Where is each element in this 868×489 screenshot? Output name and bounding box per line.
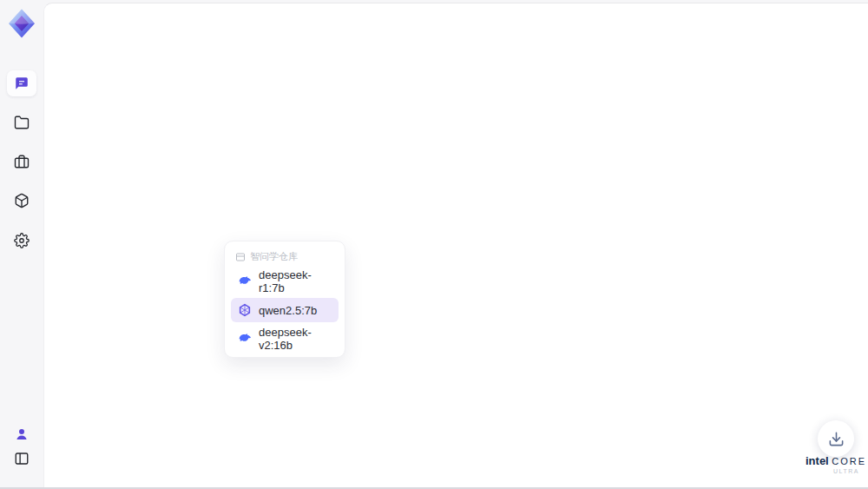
folder-icon	[14, 115, 30, 130]
sidebar	[0, 0, 43, 489]
app-window: 你好，我可以如何帮助你？ 智能文件夹 智能文件夹功能支持批量文件上传与清洗，轻松…	[0, 0, 868, 489]
chat-icon	[14, 76, 30, 91]
sidebar-item-account[interactable]	[7, 421, 36, 447]
sidebar-item-folders[interactable]	[7, 109, 36, 135]
model-option-label: deepseek-r1:7b	[259, 268, 332, 294]
model-option-label: qwen2.5:7b	[259, 304, 317, 317]
sidebar-item-settings[interactable]	[7, 228, 36, 254]
intel-core-ultra-badge: intel core ultra	[806, 454, 859, 474]
settings-gear-icon	[14, 233, 30, 248]
sidebar-item-models[interactable]	[7, 188, 36, 214]
sidebar-item-collapse[interactable]	[7, 446, 36, 472]
deepseek-icon	[238, 274, 252, 288]
repo-icon	[235, 252, 246, 262]
ultra-logo-text: ultra	[806, 468, 859, 474]
main-panel	[43, 3, 868, 487]
download-icon	[828, 431, 845, 447]
toolbox-icon	[14, 154, 30, 169]
sidebar-item-toolbox[interactable]	[7, 149, 36, 175]
sidebar-item-chat[interactable]	[7, 70, 36, 96]
core-logo-text: core	[832, 456, 866, 466]
model-dropdown-header: 智问学仓库	[231, 248, 339, 265]
user-icon	[14, 426, 30, 442]
model-option-qwen[interactable]: qwen2.5:7b	[231, 298, 339, 322]
model-option-label: deepseek-v2:16b	[259, 326, 332, 352]
download-button[interactable]	[818, 420, 854, 457]
model-dropdown-header-label: 智问学仓库	[250, 250, 298, 263]
intel-logo-text: intel	[806, 454, 829, 467]
panel-layout-icon	[14, 451, 30, 466]
cube-icon	[14, 193, 30, 208]
model-option-deepseek-r1[interactable]: deepseek-r1:7b	[231, 269, 339, 294]
qwen-icon	[238, 303, 252, 317]
model-dropdown: 智问学仓库 deepseek-r1:7b qwen2.5:7b	[224, 241, 345, 358]
app-logo-icon	[6, 8, 37, 39]
deepseek-icon	[238, 332, 252, 346]
model-option-deepseek-v2[interactable]: deepseek-v2:16b	[231, 327, 339, 351]
